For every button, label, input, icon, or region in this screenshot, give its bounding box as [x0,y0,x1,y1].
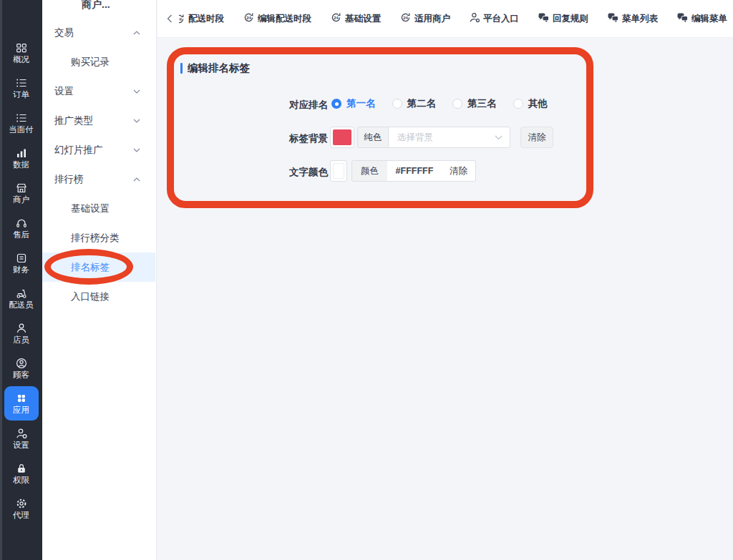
sidebar-item-label: 当面付 [9,126,34,134]
sidebar-item-label: 设置 [13,441,29,450]
tab-menu-list[interactable]: 菜单列表 [608,13,658,25]
radio-unselected-icon [513,99,523,109]
rank-row-label: 对应排名 [289,99,328,112]
text-color-clear-button[interactable]: 清除 [442,160,476,182]
storefront-icon [16,182,27,194]
sidebar-section-title[interactable]: 商户... [82,0,110,11]
chat-bubbles-icon [538,13,549,25]
sidebar-item-facepay[interactable]: 当面付 [4,112,39,134]
sidebar-item-merchant[interactable]: 商户 [4,182,39,205]
menu-item-settings[interactable]: 设置 [42,77,155,106]
sidebar-item-staff[interactable]: 店员 [4,322,39,345]
radio-option-first[interactable]: 第一名 [331,97,376,110]
hex-color-input[interactable] [387,160,442,182]
tab-bar: 24 配送时段 24 编辑配送时段 24 基础设置 24 适用商户 平台入口 回 [157,0,733,38]
chevron-down-icon [133,77,140,106]
finance-icon [16,252,27,264]
sidebar-item-agent[interactable]: 代理 [4,497,39,520]
secondary-sidebar: 商户... 交易 购买记录 设置 推广类型 幻灯片推广 排行榜 基础设置 排行榜… [42,0,157,560]
background-row-label: 标签背景 [289,132,328,145]
sidebar-item-label: 数据 [13,161,29,170]
sidebar-item-label: 财务 [13,266,29,275]
svg-text:24: 24 [403,16,408,20]
sidebar-item-label: 代理 [13,511,29,520]
select-placeholder: 选择背景 [397,132,433,144]
person-icon [16,323,27,334]
tab-delivery-timeslot[interactable]: 24 配送时段 [179,13,224,25]
tab-platform-entry[interactable]: 平台入口 [470,12,519,25]
menu-item-ranking-label[interactable]: 排名标签 [42,252,155,282]
menu-item-purchase-records[interactable]: 购买记录 [42,47,155,77]
rank-radio-group: 第一名 第二名 第三名 其他 [331,97,564,110]
chevron-down-icon [495,132,503,142]
sidebar-item-finance[interactable]: 财务 [4,252,39,275]
menu-item-ranking[interactable]: 排行榜 [42,164,155,194]
sidebar-item-label: 店员 [13,336,29,345]
lock-icon [16,463,27,474]
sidebar-item-settings[interactable]: 设置 [4,427,39,450]
radio-option-other[interactable]: 其他 [513,97,548,110]
menu-item-transactions[interactable]: 交易 [42,18,155,47]
menu-item-ranking-category[interactable]: 排行榜分类 [42,223,155,252]
sidebar-item-overview[interactable]: 概况 [4,41,39,64]
chat-bubbles-icon [608,13,618,25]
text-color-swatch[interactable] [330,160,347,182]
menu-item-slideshow-promo[interactable]: 幻灯片推广 [42,135,155,164]
headset-icon [16,217,27,229]
text-color-row-label: 文字颜色 [289,166,328,179]
chat-bubbles-icon [677,13,688,25]
sidebar-item-orders[interactable]: 订单 [4,77,39,99]
radio-option-second[interactable]: 第二名 [392,97,437,110]
background-color-swatch[interactable] [330,127,354,148]
24h-circle-icon: 24 [331,12,341,25]
menu-item-entry-link[interactable]: 入口链接 [42,282,155,311]
sidebar-item-permissions[interactable]: 权限 [4,462,39,485]
person-gear-icon [16,428,27,439]
primary-sidebar: 概况 订单 当面付 数据 商户 售后 [0,0,42,560]
chevron-up-icon [133,18,140,47]
radio-option-third[interactable]: 第三名 [452,97,497,110]
scooter-icon [16,288,27,299]
chevron-down-icon [133,135,140,164]
sidebar-item-label: 配送员 [9,301,34,310]
tab-edit-menu[interactable]: 编辑菜单 [677,13,727,25]
sidebar-item-label: 商户 [13,196,29,205]
menu-item-basic-settings[interactable]: 基础设置 [42,194,155,223]
title-accent-bar [180,63,183,74]
solid-color-button[interactable]: 纯色 [357,127,389,148]
svg-text:24: 24 [179,17,182,21]
chevron-left-icon[interactable] [167,14,173,23]
facepay-list-icon [16,112,27,124]
svg-text:24: 24 [246,16,251,20]
tab-reply-rules[interactable]: 回复规则 [538,13,588,25]
chevron-up-icon [133,164,140,194]
color-mode-button[interactable]: 颜色 [351,160,388,182]
tab-edit-delivery-timeslot[interactable]: 24 编辑配送时段 [243,12,311,25]
sidebar-item-label: 概况 [13,56,29,64]
tab-applicable-merchants[interactable]: 24 适用商户 [400,12,450,25]
bar-chart-icon [16,147,27,159]
sidebar-item-apps[interactable]: 应用 [4,386,39,421]
chevron-down-icon [133,106,140,135]
sidebar-item-data[interactable]: 数据 [4,147,39,170]
customer-icon [16,358,27,369]
sidebar-item-label: 售后 [13,231,29,240]
sidebar-item-courier[interactable]: 配送员 [4,287,39,310]
tab-basic-settings[interactable]: 24 基础设置 [331,12,381,25]
radio-unselected-icon [452,99,462,109]
24h-circle-icon: 24 [179,14,185,24]
sidebar-item-customer[interactable]: 顾客 [4,357,39,380]
24h-circle-icon: 24 [243,12,254,25]
apps-grid-icon [16,393,27,404]
page-title: 编辑排名标签 [188,62,250,75]
form-title: 编辑排名标签 [180,62,250,75]
svg-text:24: 24 [334,16,339,20]
radio-selected-icon [331,99,341,109]
gear-icon [16,498,27,509]
background-select[interactable]: 选择背景 [388,127,510,148]
background-clear-button[interactable]: 清除 [520,127,553,148]
sidebar-item-label: 应用 [13,406,29,415]
menu-item-promo-type[interactable]: 推广类型 [42,106,155,135]
dashboard-icon [16,42,27,54]
sidebar-item-aftersale[interactable]: 售后 [4,217,39,240]
